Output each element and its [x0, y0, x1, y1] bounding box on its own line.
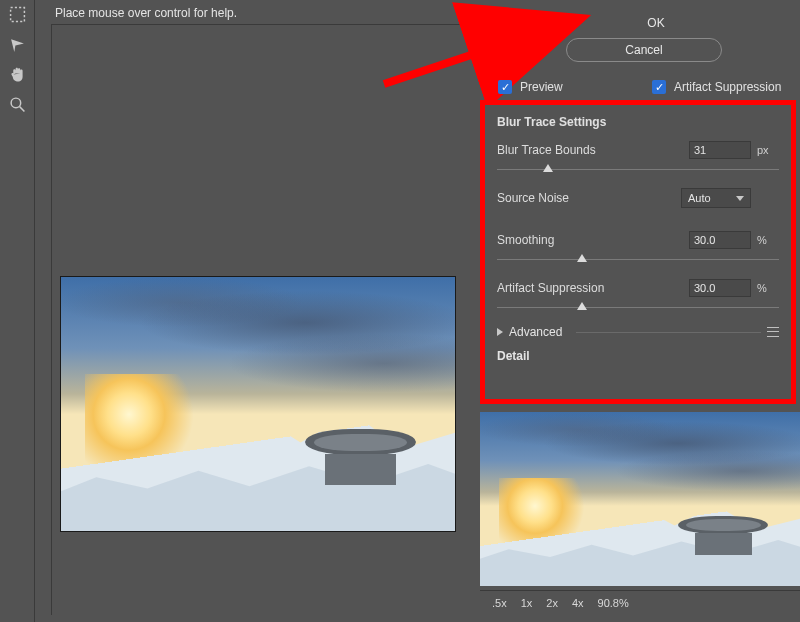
marquee-tool[interactable] — [6, 3, 28, 25]
artifact-suppression-unit: % — [757, 282, 779, 294]
source-noise-select[interactable]: Auto — [681, 188, 751, 208]
lasso-tool[interactable] — [6, 33, 28, 55]
artifact-suppression-input[interactable] — [689, 279, 751, 297]
preview-checkbox-label: Preview — [520, 80, 563, 94]
svg-point-1 — [11, 98, 21, 108]
preview-checkbox[interactable]: Preview — [498, 80, 563, 94]
zoom-level-05x[interactable]: .5x — [492, 597, 507, 609]
advanced-label: Advanced — [509, 325, 562, 339]
smoothing-label: Smoothing — [497, 233, 689, 247]
artifact-suppression-slider[interactable] — [497, 301, 779, 315]
marquee-icon — [9, 6, 26, 23]
ok-button[interactable]: OK — [596, 12, 716, 34]
help-text: Place mouse over control for help. — [55, 6, 237, 20]
blur-trace-bounds-label: Blur Trace Bounds — [497, 143, 689, 157]
hand-tool[interactable] — [6, 63, 28, 85]
preview-image[interactable] — [60, 276, 456, 532]
artifact-suppression-checkbox[interactable]: Artifact Suppression — [652, 80, 781, 94]
artifact-suppression-checkbox-label: Artifact Suppression — [674, 80, 781, 94]
chevron-down-icon — [736, 196, 744, 201]
zoom-level-2x[interactable]: 2x — [546, 597, 558, 609]
hand-icon — [9, 66, 26, 83]
blur-trace-bounds-unit: px — [757, 144, 779, 156]
triangle-right-icon — [497, 328, 503, 336]
blur-trace-bounds-slider[interactable] — [497, 163, 779, 177]
zoom-value: 90.8% — [598, 597, 629, 609]
lasso-icon — [9, 36, 26, 53]
detail-image[interactable] — [480, 412, 800, 586]
zoom-level-1x[interactable]: 1x — [521, 597, 533, 609]
blur-trace-bounds-input[interactable] — [689, 141, 751, 159]
smoothing-slider[interactable] — [497, 253, 779, 267]
source-noise-value: Auto — [688, 192, 711, 204]
svg-rect-0 — [10, 7, 24, 21]
checkmark-icon — [652, 80, 666, 94]
advanced-toggle[interactable]: Advanced — [497, 325, 779, 339]
smoothing-input[interactable] — [689, 231, 751, 249]
zoom-tool[interactable] — [6, 93, 28, 115]
zoom-level-4x[interactable]: 4x — [572, 597, 584, 609]
detail-section-title: Detail — [497, 349, 779, 363]
source-noise-label: Source Noise — [497, 191, 681, 205]
panel-options-icon[interactable] — [767, 327, 779, 337]
smoothing-unit: % — [757, 234, 779, 246]
checkmark-icon — [498, 80, 512, 94]
blur-trace-settings-panel: Blur Trace Settings Blur Trace Bounds px… — [480, 100, 796, 404]
cancel-button[interactable]: Cancel — [566, 38, 722, 62]
tool-strip — [0, 0, 35, 622]
zoom-bar: .5x 1x 2x 4x 90.8% — [480, 590, 800, 615]
artifact-suppression-label: Artifact Suppression — [497, 281, 689, 295]
section-title: Blur Trace Settings — [497, 115, 779, 129]
zoom-icon — [9, 96, 26, 113]
svg-line-2 — [19, 106, 24, 111]
